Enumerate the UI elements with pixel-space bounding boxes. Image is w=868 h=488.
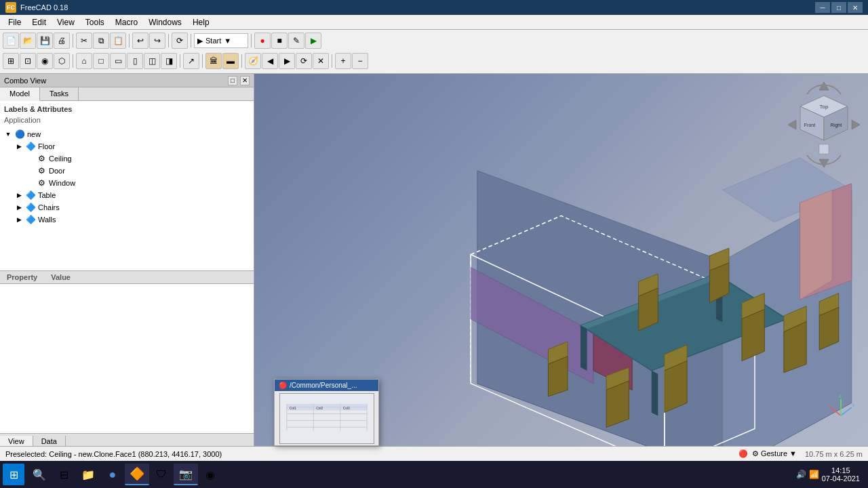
nav-next-button[interactable]: ▶ <box>279 53 295 69</box>
toolbar2: ⊞ ⊡ ◉ ⬡ ⌂ □ ▭ ▯ ◫ ◨ ↗ 🏛 ▬ 🧭 ◀ ▶ ⟳ ✕ + − <box>3 52 865 70</box>
tab-tasks[interactable]: Tasks <box>40 87 79 100</box>
menu-file[interactable]: File <box>3 16 26 28</box>
svg-line-44 <box>841 407 852 415</box>
nav-prev-button[interactable]: ◀ <box>262 53 278 69</box>
tree-item-ceiling[interactable]: ▶ ⚙ Ceiling <box>26 152 250 165</box>
svg-line-46 <box>830 407 841 415</box>
nav-plus-button[interactable]: + <box>335 53 351 69</box>
svg-text:Z: Z <box>840 394 842 399</box>
menu-help[interactable]: Help <box>187 16 215 28</box>
popup-content: Col1 Col2 Col3 <box>275 391 378 445</box>
start-dropdown-label: Start <box>205 37 221 45</box>
svg-text:Col2: Col2 <box>316 406 323 409</box>
tree-root[interactable]: ▼ 🔵 new <box>4 128 250 140</box>
tree-item-table[interactable]: ▶ 🔷 Table <box>15 189 250 201</box>
expand-chairs[interactable]: ▶ <box>15 203 23 211</box>
tree-item-floor[interactable]: ▶ 🔷 Floor <box>15 140 250 152</box>
sep5 <box>251 34 252 47</box>
tree-area: Labels & Attributes Application ▼ 🔵 new … <box>0 101 254 270</box>
chairs-icon: 🔷 <box>25 202 36 213</box>
combo-close-button[interactable]: ✕ <box>240 76 250 85</box>
tab-model[interactable]: Model <box>0 87 40 101</box>
new-button[interactable]: 📄 <box>3 33 19 49</box>
menu-edit[interactable]: Edit <box>26 16 52 28</box>
shield-icon: 🛡 <box>156 468 167 481</box>
popup-thumbnail: 🔴 /Common/Personal_... Col1 Col2 Col3 <box>274 379 379 446</box>
taskbar-chrome[interactable]: ● <box>100 464 125 485</box>
home-view-button[interactable]: ⌂ <box>76 53 92 69</box>
macro-edit-button[interactable]: ✎ <box>288 33 304 49</box>
gesture-control[interactable]: ⚙ Gesture ▼ <box>752 449 797 458</box>
app6-icon: ◉ <box>205 468 215 481</box>
save-button[interactable]: 💾 <box>37 33 53 49</box>
taskbar-app6[interactable]: ◉ <box>198 464 222 485</box>
refresh-button[interactable]: ⟳ <box>172 33 188 49</box>
bottom-tab-view[interactable]: View <box>0 436 33 447</box>
sep7 <box>180 54 180 68</box>
start-dropdown-icon: ▶ <box>197 37 203 45</box>
tree-item-chairs[interactable]: ▶ 🔷 Chairs <box>15 201 250 214</box>
expand-table[interactable]: ▶ <box>15 191 23 199</box>
arch-btn1[interactable]: 🏛 <box>205 53 222 69</box>
nav-stop-button[interactable]: ✕ <box>313 53 329 69</box>
stop-button[interactable]: ■ <box>271 33 288 49</box>
tree-item-window[interactable]: ▶ ⚙ Window <box>26 177 250 189</box>
print-button[interactable]: 🖨 <box>54 33 70 49</box>
taskbar-shield[interactable]: 🛡 <box>149 464 174 485</box>
arch-btn2[interactable]: ▬ <box>222 53 239 69</box>
taskbar-app5[interactable]: 📷 <box>174 464 198 485</box>
tree-item-door[interactable]: ▶ ⚙ Door <box>26 165 250 177</box>
undo-button[interactable]: ↩ <box>132 33 149 49</box>
popup-preview: Col1 Col2 Col3 <box>279 393 374 444</box>
draw-style-button[interactable]: ◉ <box>37 53 53 69</box>
svg-rect-43 <box>819 144 829 154</box>
redo-button[interactable]: ↪ <box>149 33 165 49</box>
orthographic-button[interactable]: ⬡ <box>54 53 70 69</box>
right-view-button[interactable]: ▯ <box>127 53 143 69</box>
taskbar-task-view[interactable]: ⊟ <box>52 464 76 485</box>
svg-text:Y: Y <box>828 403 831 407</box>
ceiling-icon: ⚙ <box>36 153 47 164</box>
menu-view[interactable]: View <box>52 16 80 28</box>
menu-tools[interactable]: Tools <box>80 16 110 28</box>
combo-restore-button[interactable]: □ <box>228 76 237 85</box>
top-view-button[interactable]: ▭ <box>110 53 126 69</box>
tree-item-walls[interactable]: ▶ 🔷 Walls <box>15 214 250 226</box>
start-dropdown[interactable]: ▶ Start ▼ <box>194 33 248 48</box>
minimize-button[interactable]: ─ <box>815 2 830 13</box>
record-button[interactable]: ● <box>254 33 271 49</box>
fit-all-button[interactable]: ⊞ <box>3 53 19 69</box>
expand-new[interactable]: ▼ <box>4 130 12 138</box>
front-view-button[interactable]: □ <box>93 53 109 69</box>
expand-walls[interactable]: ▶ <box>15 216 23 224</box>
expand-floor[interactable]: ▶ <box>15 142 23 150</box>
nav-refresh-button[interactable]: ⟳ <box>296 53 312 69</box>
floor-icon: 🔷 <box>25 141 36 152</box>
menu-macro[interactable]: Macro <box>110 16 143 28</box>
menu-windows[interactable]: Windows <box>143 16 187 28</box>
time-display: 14:15 <box>822 466 860 474</box>
taskbar-freecad[interactable]: 🔶 <box>125 464 149 485</box>
fit-selection-button[interactable]: ⊡ <box>20 53 36 69</box>
open-button[interactable]: 📂 <box>20 33 36 49</box>
run-button[interactable]: ▶ <box>305 33 321 49</box>
bottom-tab-data[interactable]: Data <box>33 436 66 447</box>
floor-children: ▶ ⚙ Ceiling ▶ ⚙ Door ▶ ⚙ Window <box>15 152 250 189</box>
cut-button[interactable]: ✂ <box>76 33 92 49</box>
nav-cube[interactable]: Top Front Right <box>787 81 861 169</box>
paste-button[interactable]: 📋 <box>110 33 126 49</box>
nav-minus-button[interactable]: − <box>352 53 368 69</box>
close-button[interactable]: ✕ <box>848 2 863 13</box>
sep4 <box>191 34 191 47</box>
nav-btn1[interactable]: 🧭 <box>245 53 261 69</box>
copy-button[interactable]: ⧉ <box>93 33 109 49</box>
taskbar-file-explorer[interactable]: 📁 <box>76 464 100 485</box>
combo-view-title: Combo View <box>4 77 46 85</box>
maximize-button[interactable]: □ <box>831 2 846 13</box>
back-view-button[interactable]: ◫ <box>144 53 160 69</box>
arrow-button[interactable]: ↗ <box>183 53 199 69</box>
left-view-button[interactable]: ◨ <box>161 53 177 69</box>
start-button[interactable]: ⊞ <box>3 464 24 485</box>
svg-marker-5 <box>800 190 833 300</box>
taskbar-search[interactable]: 🔍 <box>27 464 52 485</box>
